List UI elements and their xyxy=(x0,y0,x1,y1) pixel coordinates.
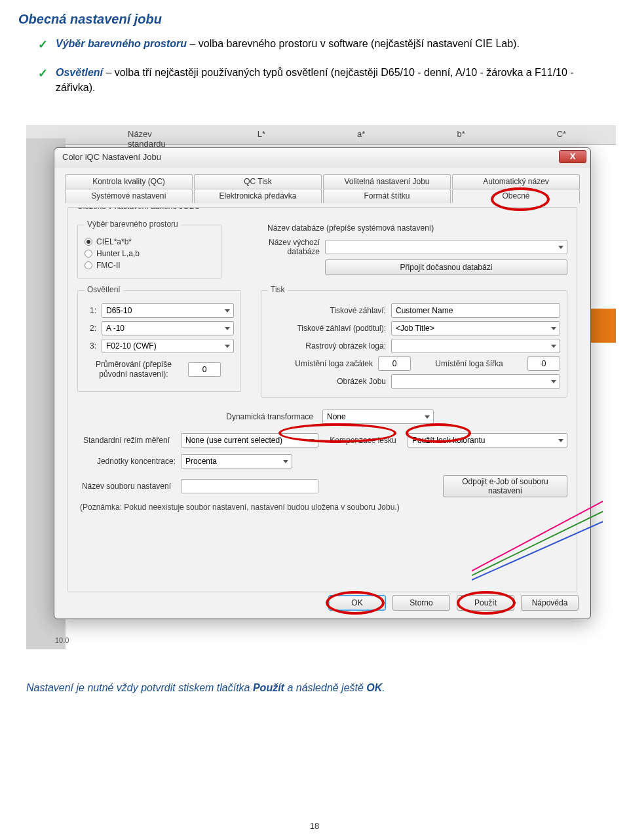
bullet-1-rest: – volba barevného prostoru v software (n… xyxy=(187,38,520,49)
tab-label[interactable]: Formát štítku xyxy=(323,189,451,203)
group-job-stored: Uloženo v nastavení daného JOBU Výběr ba… xyxy=(67,207,577,592)
dyn-transform-label: Dynamická transformace xyxy=(77,412,313,421)
std-mode-value: None (use current selected) xyxy=(185,436,282,445)
print-label: Tisk xyxy=(268,285,288,294)
footnote-end: . xyxy=(382,682,385,693)
radio-cielab[interactable]: CIEL*a*b* xyxy=(85,237,214,246)
check-icon: ✓ xyxy=(38,65,48,95)
logo-start-input[interactable]: 0 xyxy=(378,356,411,371)
ok-button[interactable]: OK xyxy=(328,595,386,611)
dialog-title: Color iQC Nastavení Jobu X xyxy=(54,148,590,168)
apply-button[interactable]: Použít xyxy=(457,595,514,611)
logo-bitmap-select[interactable] xyxy=(391,339,560,353)
colorspace-group: Výběr barevného prostoru CIEL*a*b* Hunte… xyxy=(77,225,221,278)
gloss-select[interactable]: Použít lesk kolorantu xyxy=(408,433,567,448)
logo-start-value: 0 xyxy=(392,359,397,368)
dialog-button-bar: OK Storno Použít Nápověda xyxy=(328,595,579,611)
print-header-label: Tiskové záhlaví: xyxy=(268,306,386,315)
logo-width-input[interactable]: 0 xyxy=(527,356,560,371)
logo-width-label: Umístění loga šířka xyxy=(416,359,522,368)
tab-qc[interactable]: Kontrola kvality (QC) xyxy=(65,174,193,189)
tab-qc-print[interactable]: QC Tisk xyxy=(194,174,322,189)
ill2-value: A -10 xyxy=(106,324,124,333)
gloss-value: Použít lesk kolorantu xyxy=(412,436,485,445)
tabs: Kontrola kvality (QC) QC Tisk Volitelná … xyxy=(54,168,590,203)
help-button[interactable]: Nápověda xyxy=(521,595,579,611)
units-value: Procenta xyxy=(185,457,217,466)
footnote-ok: OK xyxy=(366,682,382,693)
attach-db-button[interactable]: Připojit dočasnou databázi xyxy=(325,259,567,275)
db-heading: Název databáze (přepíše systémová nastav… xyxy=(267,223,567,233)
ill3-label: 3: xyxy=(85,341,96,351)
illuminant-label: Osvětlení xyxy=(85,285,123,294)
ill3-select[interactable]: F02-10 (CWF) xyxy=(102,339,234,353)
col-L: L* xyxy=(257,129,265,149)
col-name: Název standardu xyxy=(128,129,166,149)
ill3-value: F02-10 (CWF) xyxy=(106,341,157,351)
tab-system[interactable]: Systémové nastavení xyxy=(65,189,193,203)
logo-width-value: 0 xyxy=(542,359,546,368)
job-image-select[interactable] xyxy=(391,374,560,389)
axis-tick: 10.0 xyxy=(55,636,69,644)
dyn-transform-select[interactable]: None xyxy=(322,410,434,424)
radio-hunter[interactable]: Hunter L,a,b xyxy=(85,249,214,258)
settings-file-label: Název souboru nastavení xyxy=(77,482,176,491)
averaging-value: 0 xyxy=(202,365,207,374)
dyn-transform-value: None xyxy=(327,412,346,421)
illuminant-group: Osvětlení 1:D65-10 2:A -10 3:F02-10 (CWF… xyxy=(77,290,241,392)
db-label: Název výchozí databáze xyxy=(241,238,320,256)
print-sub-label: Tiskové záhlaví (podtitul): xyxy=(268,324,386,333)
table-headers: Název standardu L* a* b* C* ho xyxy=(128,129,629,149)
ill1-value: D65-10 xyxy=(106,306,132,315)
col-C: C* xyxy=(557,129,566,149)
check-icon: ✓ xyxy=(38,36,48,53)
settings-note: (Poznámka: Pokud neexistuje soubor nasta… xyxy=(80,503,567,512)
gloss-label: Kompenzace lesku xyxy=(324,436,402,445)
page-number: 18 xyxy=(0,821,629,831)
radio-fmc[interactable]: FMC-II xyxy=(85,261,214,270)
print-header-input[interactable]: Customer Name xyxy=(391,303,560,318)
bullet-1-lead: Výběr barevného prostoru xyxy=(56,38,187,49)
bullet-2: ✓ Osvětlení – volba tří nejčastěji použí… xyxy=(38,65,608,95)
close-button[interactable]: X xyxy=(559,150,586,163)
detach-ejob-button[interactable]: Odpojit e-Job of souboru nastavení xyxy=(443,475,567,497)
print-group: Tisk Tiskové záhlaví:Customer Name Tisko… xyxy=(261,290,567,398)
tab-general[interactable]: Obecné xyxy=(452,189,580,203)
tab-optional[interactable]: Volitelná nastavení Jobu xyxy=(323,174,451,189)
logo-bitmap-label: Rastrový obrázek loga: xyxy=(268,341,386,351)
ill1-label: 1: xyxy=(85,306,96,315)
ill2-label: 2: xyxy=(85,324,96,333)
bullet-1: ✓ Výběr barevného prostoru – volba barev… xyxy=(38,36,608,53)
tab-eprelim[interactable]: Elektronická předávka xyxy=(194,189,322,203)
cancel-button[interactable]: Storno xyxy=(392,595,450,611)
db-select[interactable] xyxy=(325,240,567,254)
print-sub-select[interactable]: <Job Title> xyxy=(391,321,560,335)
footnote-pre: Nastavení je nutné vždy potvrdit stiskem… xyxy=(26,682,253,693)
screenshot-area: Název standardu L* a* b* C* ho Color iQC… xyxy=(26,125,616,662)
bullet-list: ✓ Výběr barevného prostoru – volba barev… xyxy=(0,33,629,125)
units-label: Jednotky koncentrace: xyxy=(77,457,176,466)
job-settings-dialog: Color iQC Nastavení Jobu X Kontrola kval… xyxy=(54,147,591,619)
std-mode-label: Standardní režim měření xyxy=(77,436,176,445)
footnote-apply: Použít xyxy=(253,682,284,693)
radio-cielab-label: CIEL*a*b* xyxy=(96,237,132,246)
page-title: Obecná nastavení jobu xyxy=(0,0,629,33)
col-b: b* xyxy=(457,129,465,149)
colorspace-label: Výběr barevného prostoru xyxy=(85,220,181,229)
ill1-select[interactable]: D65-10 xyxy=(102,303,234,318)
col-a: a* xyxy=(357,129,365,149)
averaging-input[interactable]: 0 xyxy=(188,362,221,377)
print-header-value: Customer Name xyxy=(396,306,453,315)
settings-file-input[interactable] xyxy=(181,479,318,493)
std-mode-select[interactable]: None (use current selected) xyxy=(181,433,318,448)
print-sub-value: <Job Title> xyxy=(396,324,434,333)
averaging-label: Průměrování (přepíše původní nastavení): xyxy=(85,360,183,379)
logo-start-label: Umístění loga začátek xyxy=(268,359,373,368)
tab-autoname[interactable]: Automatický název xyxy=(452,174,580,189)
ill2-select[interactable]: A -10 xyxy=(102,321,234,335)
radio-fmc-label: FMC-II xyxy=(96,261,121,270)
units-select[interactable]: Procenta xyxy=(181,454,292,468)
footnote-mid: a následně ještě xyxy=(284,682,366,693)
bullet-2-rest: – volba tří nejčastěji používaných typů … xyxy=(56,67,574,93)
radio-hunter-label: Hunter L,a,b xyxy=(96,249,140,258)
